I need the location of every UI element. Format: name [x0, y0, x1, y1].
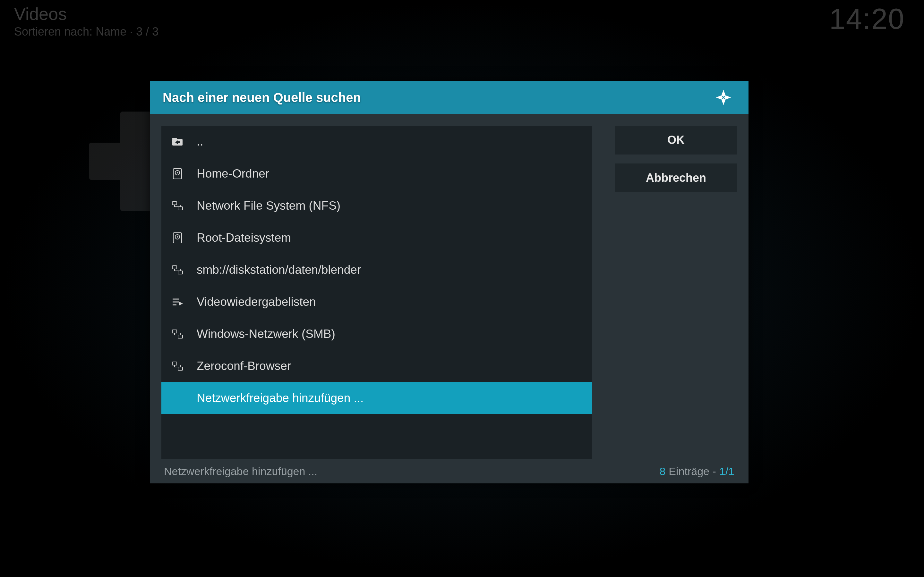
clock: 14:20 [829, 3, 905, 35]
svg-rect-11 [178, 207, 183, 210]
svg-marker-20 [179, 301, 183, 306]
network-icon [171, 327, 184, 340]
playlist-icon [171, 295, 184, 308]
source-item[interactable]: Root-Dateisystem [162, 222, 592, 254]
source-list[interactable]: ..Home-OrdnerNetwork File System (NFS)Ro… [162, 126, 592, 459]
svg-rect-7 [173, 169, 182, 179]
dialog-header: Nach einer neuen Quelle suchen [150, 81, 748, 114]
source-item-label: Videowiedergabelisten [197, 295, 316, 309]
footer-count: 8 [659, 465, 666, 478]
svg-rect-12 [173, 233, 182, 243]
page-title: Videos [14, 4, 158, 24]
source-item-label: Root-Dateisystem [197, 231, 291, 245]
svg-marker-2 [722, 98, 726, 105]
source-item-label: Home-Ordner [197, 167, 269, 181]
button-panel: OK Abbrechen [615, 126, 737, 459]
source-item-label: .. [197, 135, 204, 148]
svg-rect-24 [178, 367, 183, 370]
ok-button[interactable]: OK [615, 126, 737, 155]
source-item[interactable]: Home-Ordner [162, 158, 592, 190]
svg-marker-0 [722, 90, 726, 97]
dialog-footer: Netzwerkfreigabe hinzufügen ... 8 Einträ… [150, 459, 748, 484]
cancel-button[interactable]: Abbrechen [615, 163, 737, 192]
network-icon [171, 359, 184, 372]
source-item-label: Windows-Netzwerk (SMB) [197, 327, 335, 341]
svg-rect-23 [172, 362, 177, 365]
source-item[interactable]: Network File System (NFS) [162, 190, 592, 222]
source-item[interactable]: Netzwerkfreigabe hinzufügen ... [162, 382, 592, 414]
folder-back-icon [171, 135, 184, 148]
source-item-label: smb://diskstation/daten/blender [197, 263, 361, 277]
source-item-label: Netzwerkfreigabe hinzufügen ... [197, 392, 363, 405]
source-item-label: Network File System (NFS) [197, 199, 341, 213]
source-item[interactable]: .. [162, 126, 592, 158]
svg-marker-3 [724, 95, 731, 100]
footer-count-group: 8 Einträge - 1/1 [659, 465, 734, 478]
network-icon [171, 263, 184, 276]
source-item[interactable]: Videowiedergabelisten [162, 286, 592, 318]
footer-entries-label: Einträge - [669, 465, 716, 478]
svg-rect-15 [172, 266, 177, 269]
svg-point-9 [177, 172, 178, 173]
dialog-body: ..Home-OrdnerNetwork File System (NFS)Ro… [150, 114, 748, 459]
svg-rect-21 [172, 330, 177, 333]
page-header: Videos Sortieren nach: Name · 3 / 3 [14, 4, 158, 39]
footer-status: Netzwerkfreigabe hinzufügen ... [164, 465, 317, 478]
footer-page: 1/1 [719, 465, 734, 478]
svg-point-14 [177, 236, 178, 237]
network-icon [171, 199, 184, 212]
source-item[interactable]: Zeroconf-Browser [162, 350, 592, 382]
svg-rect-22 [178, 335, 183, 338]
source-item-label: Zeroconf-Browser [197, 359, 291, 373]
disk-icon [171, 167, 184, 180]
svg-rect-16 [178, 271, 183, 274]
svg-rect-10 [172, 201, 177, 205]
svg-marker-1 [716, 95, 723, 100]
page-subtitle: Sortieren nach: Name · 3 / 3 [14, 25, 158, 39]
browse-source-dialog: Nach einer neuen Quelle suchen ..Home-Or… [150, 81, 748, 484]
source-item[interactable]: smb://diskstation/daten/blender [162, 254, 592, 286]
source-item[interactable]: Windows-Netzwerk (SMB) [162, 318, 592, 350]
svg-rect-5 [172, 138, 177, 140]
disk-icon [171, 231, 184, 244]
kodi-logo-icon [714, 88, 733, 107]
dialog-title: Nach einer neuen Quelle suchen [163, 90, 361, 105]
